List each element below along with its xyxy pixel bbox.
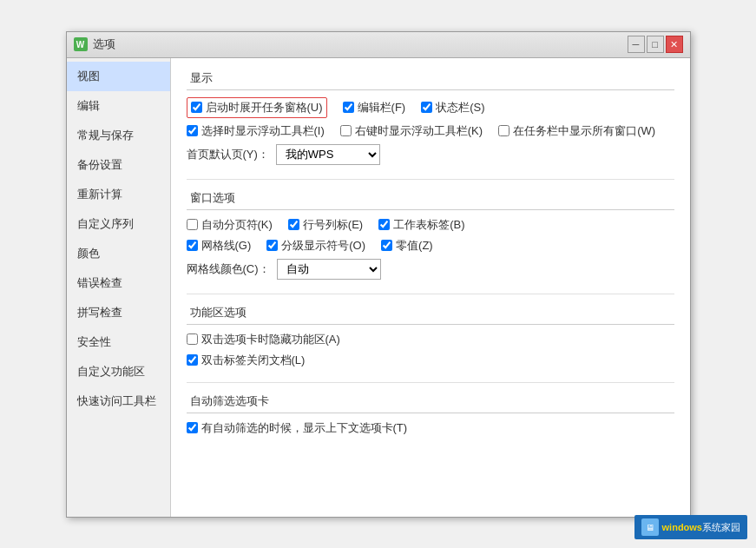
close-doc-checkbox[interactable]: 双击标签关闭文档(L)	[187, 353, 306, 368]
gridlines-checkbox[interactable]: 网格线(G)	[187, 238, 252, 254]
show-context-tab-label: 有自动筛选的时候，显示上下文选项卡(T)	[201, 420, 408, 436]
gridline-color-select[interactable]: 自动 黑色 白色	[277, 259, 381, 280]
edit-bar-label: 编辑栏(F)	[358, 100, 406, 116]
watermark-highlight: windows	[662, 522, 702, 532]
window-checkboxes-row2: 网格线(G) 分级显示符号(O) 零值(Z)	[187, 238, 674, 254]
row-col-label: 行号列标(E)	[303, 217, 363, 233]
right-click-toolbar-label: 右键时显示浮动工具栏(K)	[355, 123, 483, 139]
sidebar-item-recalc[interactable]: 重新计算	[67, 180, 170, 209]
separator-1	[187, 179, 674, 180]
autofilter-checkbox-row: 有自动筛选的时候，显示上下文选项卡(T)	[187, 420, 674, 436]
row-col-input[interactable]	[288, 219, 299, 230]
display-section: 显示 启动时展开任务窗格(U) 编辑栏(F) 状态栏(S)	[187, 70, 674, 165]
sheet-tabs-checkbox[interactable]: 工作表标签(B)	[378, 217, 464, 233]
main-panel: 显示 启动时展开任务窗格(U) 编辑栏(F) 状态栏(S)	[171, 58, 690, 517]
zero-values-label: 零值(Z)	[396, 238, 433, 254]
right-click-toolbar-checkbox[interactable]: 右键时显示浮动工具栏(K)	[340, 123, 483, 139]
title-bar: W 选项 ─ □ ✕	[67, 32, 690, 58]
window-checkboxes-row1: 自动分页符(K) 行号列标(E) 工作表标签(B)	[187, 217, 674, 233]
row-col-checkbox[interactable]: 行号列标(E)	[288, 217, 363, 233]
startup-taskpane-label: 启动时展开任务窗格(U)	[206, 100, 323, 116]
hide-ribbon-checkbox[interactable]: 双击选项卡时隐藏功能区(A)	[187, 332, 340, 347]
window-section: 窗口选项 自动分页符(K) 行号列标(E) 工作表标签(B)	[187, 190, 674, 280]
sidebar-item-color[interactable]: 颜色	[67, 239, 170, 268]
float-toolbar-checkbox[interactable]: 选择时显示浮动工具栏(I)	[187, 123, 325, 139]
outline-symbols-checkbox[interactable]: 分级显示符号(O)	[266, 238, 365, 254]
title-bar-left: W 选项	[74, 36, 115, 52]
sidebar-item-spell-check[interactable]: 拼写检查	[67, 298, 170, 327]
sheet-tabs-input[interactable]	[378, 219, 390, 230]
sidebar-item-error-check[interactable]: 错误检查	[67, 268, 170, 298]
float-toolbar-label: 选择时显示浮动工具栏(I)	[201, 123, 325, 139]
taskbar-windows-checkbox[interactable]: 在任务栏中显示所有窗口(W)	[498, 123, 655, 139]
hide-ribbon-input[interactable]	[187, 333, 198, 345]
gridline-color-label: 网格线颜色(C)：	[187, 261, 270, 277]
title-buttons: ─ □ ✕	[628, 36, 683, 53]
autofilter-section-title: 自动筛选选项卡	[187, 393, 674, 413]
app-icon: W	[74, 37, 88, 51]
right-click-toolbar-input[interactable]	[340, 125, 352, 136]
window-title: 选项	[93, 36, 115, 52]
outline-symbols-input[interactable]	[266, 240, 278, 251]
zero-values-input[interactable]	[381, 240, 392, 251]
options-window: W 选项 ─ □ ✕ 视图编辑常规与保存备份设置重新计算自定义序列颜色错误检查拼…	[66, 31, 691, 518]
window-section-title: 窗口选项	[187, 190, 674, 210]
outline-symbols-label: 分级显示符号(O)	[281, 238, 365, 254]
restore-button[interactable]: □	[647, 36, 664, 53]
edit-bar-checkbox[interactable]: 编辑栏(F)	[343, 100, 406, 116]
sidebar-item-custom-ribbon[interactable]: 自定义功能区	[67, 357, 170, 386]
status-bar-label: 状态栏(S)	[436, 100, 484, 116]
gridline-color-row: 网格线颜色(C)： 自动 黑色 白色	[187, 259, 674, 280]
startup-taskpane-checkbox[interactable]: 启动时展开任务窗格(U)	[187, 97, 327, 118]
display-checkboxes-row1: 启动时展开任务窗格(U) 编辑栏(F) 状态栏(S)	[187, 97, 674, 118]
sidebar-item-backup[interactable]: 备份设置	[67, 150, 170, 180]
separator-3	[187, 382, 674, 383]
float-toolbar-input[interactable]	[187, 125, 198, 136]
main-content: 视图编辑常规与保存备份设置重新计算自定义序列颜色错误检查拼写检查安全性自定义功能…	[67, 58, 690, 517]
taskbar-windows-input[interactable]	[498, 125, 509, 136]
edit-bar-input[interactable]	[343, 102, 354, 113]
status-bar-checkbox[interactable]: 状态栏(S)	[421, 100, 484, 116]
sidebar-item-general-save[interactable]: 常规与保存	[67, 121, 170, 150]
watermark-icon: 🖥	[641, 518, 659, 536]
gridlines-input[interactable]	[187, 240, 198, 251]
show-context-tab-checkbox[interactable]: 有自动筛选的时候，显示上下文选项卡(T)	[187, 420, 408, 436]
close-doc-label: 双击标签关闭文档(L)	[201, 353, 306, 368]
taskbar-windows-label: 在任务栏中显示所有窗口(W)	[513, 123, 655, 139]
startup-taskpane-input[interactable]	[191, 102, 202, 113]
homepage-label: 首页默认页(Y)：	[187, 147, 269, 162]
close-doc-input[interactable]	[187, 354, 198, 366]
sidebar-item-edit[interactable]: 编辑	[67, 91, 170, 121]
homepage-select[interactable]: 我的WPS 空白页 模板中心	[276, 144, 380, 165]
sheet-tabs-label: 工作表标签(B)	[393, 217, 464, 233]
close-button[interactable]: ✕	[666, 36, 683, 53]
ribbon-checkbox-row2: 双击标签关闭文档(L)	[187, 353, 674, 368]
gridlines-label: 网格线(G)	[201, 238, 252, 254]
sidebar-item-custom-seq[interactable]: 自定义序列	[67, 209, 170, 239]
auto-page-label: 自动分页符(K)	[201, 217, 273, 233]
ribbon-section: 功能区选项 双击选项卡时隐藏功能区(A) 双击标签关闭文档(L)	[187, 305, 674, 368]
show-context-tab-input[interactable]	[187, 422, 198, 433]
auto-page-input[interactable]	[187, 219, 198, 230]
display-checkboxes-row2: 选择时显示浮动工具栏(I) 右键时显示浮动工具栏(K) 在任务栏中显示所有窗口(…	[187, 123, 674, 139]
watermark-text: windows系统家园	[662, 521, 740, 534]
sidebar-item-quick-toolbar[interactable]: 快速访问工具栏	[67, 386, 170, 416]
ribbon-checkbox-row1: 双击选项卡时隐藏功能区(A)	[187, 332, 674, 347]
status-bar-input[interactable]	[421, 102, 432, 113]
sidebar-item-view[interactable]: 视图	[67, 62, 170, 91]
autofilter-section: 自动筛选选项卡 有自动筛选的时候，显示上下文选项卡(T)	[187, 393, 674, 436]
display-section-title: 显示	[187, 70, 674, 90]
watermark: 🖥 windows系统家园	[634, 515, 747, 539]
homepage-row: 首页默认页(Y)： 我的WPS 空白页 模板中心	[187, 144, 674, 165]
separator-2	[187, 294, 674, 294]
zero-values-checkbox[interactable]: 零值(Z)	[381, 238, 433, 254]
sidebar: 视图编辑常规与保存备份设置重新计算自定义序列颜色错误检查拼写检查安全性自定义功能…	[67, 58, 171, 517]
minimize-button[interactable]: ─	[628, 36, 645, 53]
hide-ribbon-label: 双击选项卡时隐藏功能区(A)	[201, 332, 340, 347]
ribbon-section-title: 功能区选项	[187, 305, 674, 325]
sidebar-item-security[interactable]: 安全性	[67, 327, 170, 357]
auto-page-checkbox[interactable]: 自动分页符(K)	[187, 217, 273, 233]
